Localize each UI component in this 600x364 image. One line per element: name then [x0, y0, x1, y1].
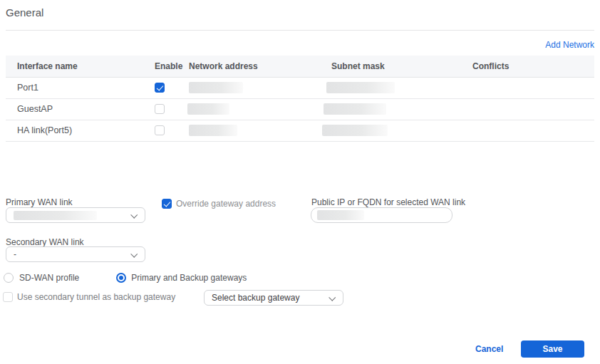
table-row: HA link(Port5) [6, 120, 594, 141]
secondary-tunnel-checkbox[interactable] [3, 292, 13, 302]
override-gateway-row: Override gateway address [162, 199, 276, 209]
col-header-subnet-mask: Subnet mask [331, 56, 472, 77]
subnet-mask-redacted-value [324, 103, 386, 115]
backup-gateway-select[interactable]: Select backup gateway [204, 290, 343, 306]
secondary-tunnel-row: Use secondary tunnel as backup gateway [3, 292, 175, 302]
title-divider [6, 30, 594, 31]
override-gateway-label: Override gateway address [176, 199, 276, 209]
save-button[interactable]: Save [521, 340, 584, 358]
secondary-wan-value: - [14, 249, 16, 259]
interface-name-cell: HA link(Port5) [6, 120, 155, 141]
routing-mode-group: SD-WAN profile Primary and Backup gatewa… [4, 273, 247, 283]
table-row: GuestAP [6, 98, 594, 120]
interface-name-cell: GuestAP [6, 98, 155, 120]
chevron-down-icon [329, 294, 336, 301]
primary-wan-redacted-value [14, 211, 97, 220]
col-header-network-address: Network address [189, 56, 331, 77]
conflicts-cell [472, 77, 594, 98]
public-ip-label: Public IP or FQDN for selected WAN link [311, 197, 465, 207]
primary-backup-gateways-radio[interactable] [116, 273, 126, 283]
chevron-down-icon [130, 212, 138, 219]
public-ip-redacted-value [317, 210, 364, 220]
table-row: Port1 [6, 77, 594, 98]
subnet-mask-redacted-value [326, 82, 395, 93]
network-address-redacted-value [189, 82, 243, 93]
enable-checkbox[interactable] [155, 125, 165, 135]
public-ip-input[interactable] [311, 207, 452, 223]
secondary-wan-label: Secondary WAN link [6, 237, 84, 247]
sd-wan-profile-label: SD-WAN profile [19, 273, 79, 283]
sd-wan-profile-radio[interactable] [4, 273, 14, 283]
interface-name-cell: Port1 [6, 77, 155, 98]
primary-wan-select[interactable] [6, 207, 145, 223]
general-settings-page: General Add Network Interface name Enabl… [0, 0, 600, 364]
enable-checkbox[interactable] [155, 83, 165, 93]
add-network-link[interactable]: Add Network [545, 40, 594, 50]
backup-gateway-value: Select backup gateway [212, 293, 299, 303]
network-address-redacted-value [189, 125, 237, 136]
primary-wan-label: Primary WAN link [6, 197, 73, 207]
primary-backup-gateways-label: Primary and Backup gateways [131, 273, 247, 283]
col-header-interface-name: Interface name [6, 56, 155, 77]
col-header-enable: Enable [155, 56, 189, 77]
cancel-button[interactable]: Cancel [475, 344, 503, 354]
secondary-wan-select[interactable]: - [6, 246, 145, 262]
enable-checkbox[interactable] [155, 104, 165, 114]
chevron-down-icon [130, 251, 138, 258]
conflicts-cell [472, 120, 594, 141]
table-header-row: Interface name Enable Network address Su… [6, 56, 594, 77]
secondary-tunnel-label: Use secondary tunnel as backup gateway [17, 292, 175, 302]
conflicts-cell [472, 98, 594, 120]
interfaces-table: Interface name Enable Network address Su… [6, 56, 594, 142]
network-address-redacted-value [187, 103, 229, 115]
subnet-mask-redacted-value [322, 125, 388, 136]
col-header-conflicts: Conflicts [472, 56, 594, 77]
page-title: General [6, 6, 43, 19]
override-gateway-checkbox[interactable] [162, 199, 172, 209]
